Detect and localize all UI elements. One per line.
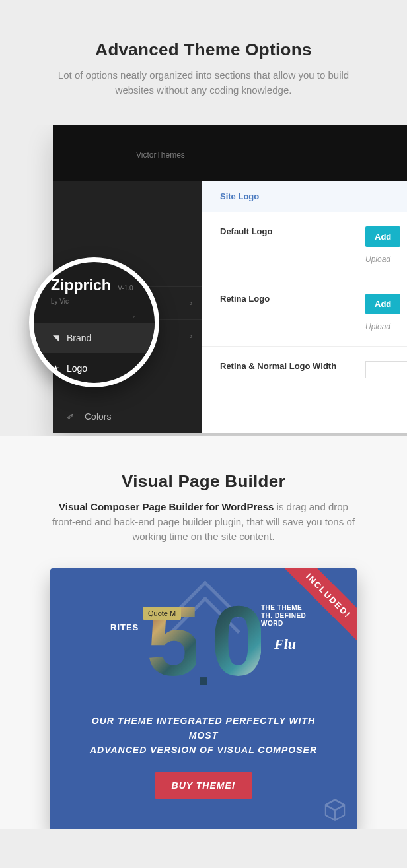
chevron-right-icon: › [190, 333, 192, 340]
buy-theme-button[interactable]: BUY THEME! [155, 772, 253, 799]
visual-builder-sub-bold: Visual Composer Page Builder for WordPre… [59, 501, 274, 512]
version-dot: . [196, 637, 211, 698]
star-icon: ★ [51, 364, 60, 373]
theme-name: Zipprich [51, 277, 111, 294]
theme-options-subheading: Lot of options neatly organized into sec… [52, 68, 355, 98]
visual-composer-promo: INCLUDED! 5 . 0 RITES Quote M THE THEME … [50, 568, 357, 829]
field-label: Retina & Normal Logo Width [220, 361, 365, 371]
field-hint: Upload [365, 322, 407, 331]
field-hint: Upload [365, 255, 407, 264]
magnifier-overlay: Zipprich V-1.0 by Vic › ◥ Brand ★ Logo [29, 257, 159, 387]
magnifier-item-label: Logo [67, 363, 87, 374]
visual-builder-heading: Visual Page Builder [0, 471, 407, 492]
sidebar-item[interactable] [53, 181, 202, 246]
field-label: Retina Logo [220, 294, 365, 304]
theme-options-heading: Advanced Theme Options [26, 40, 381, 60]
version-digit-zero: 0 [211, 591, 260, 690]
promo-chip: THE THEME TH. DEFINED WORD [257, 603, 316, 629]
add-button[interactable]: Add [365, 226, 400, 247]
promo-chip: Quote M [143, 607, 181, 620]
promo-text-line: ADVANCED VERSION OF VISUAL COMPOSER [77, 743, 330, 757]
content-section-title: Site Logo [202, 181, 407, 212]
magnifier-item-logo[interactable]: ★ Logo [51, 353, 137, 384]
add-button[interactable]: Add [365, 294, 400, 314]
visual-builder-subheading: Visual Composer Page Builder for WordPre… [52, 500, 355, 545]
sidebar-item-colors[interactable]: ✐ Colors [53, 400, 202, 433]
chevron-right-icon: › [190, 300, 192, 307]
chevron-right-icon: › [51, 313, 137, 320]
sidebar-item-label: Colors [85, 411, 111, 422]
theme-options-preview: VictorThemes ≡ Header › ⋯ Footer › ✎ [0, 125, 407, 436]
promo-text-line: OUR THEME INTEGRATED PERFECTLY WITH MOST [77, 714, 330, 743]
cube-icon [322, 797, 348, 822]
promo-chip: RITES [106, 621, 143, 634]
bookmark-icon: ◥ [51, 333, 60, 343]
magnifier-item-label: Brand [67, 333, 91, 343]
brush-icon: ✐ [65, 411, 75, 422]
vendor-label: VictorThemes [136, 150, 185, 160]
logo-width-input[interactable] [365, 361, 407, 378]
promo-chip: Flu [270, 634, 300, 654]
field-label: Default Logo [220, 226, 365, 236]
magnifier-item-brand[interactable]: ◥ Brand [34, 323, 155, 353]
